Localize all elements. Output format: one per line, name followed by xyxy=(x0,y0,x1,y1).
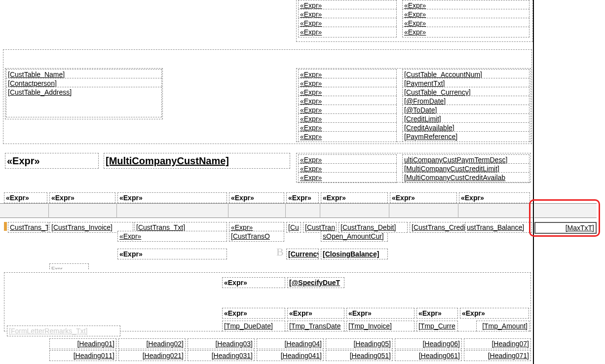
top-col2-3[interactable]: «Expr» xyxy=(402,27,529,37)
detail-label-7[interactable]: «Expr» xyxy=(298,131,397,142)
trans-c1[interactable]: CustTrans_T xyxy=(8,222,48,233)
trans-c7[interactable]: [CustTrans_Debit] xyxy=(339,222,408,233)
hdr-0[interactable]: «Expr» xyxy=(4,192,47,203)
hdr-4[interactable]: «Expr» xyxy=(286,192,319,203)
heading1-2[interactable]: [Heading03] xyxy=(188,338,255,349)
heading1-4[interactable]: [Heading05] xyxy=(326,338,393,349)
row-selector-icon[interactable] xyxy=(4,222,7,231)
closing-bal[interactable]: [ClosingBalance] xyxy=(321,249,388,259)
tmp-4[interactable]: [Tmp_Amount] xyxy=(476,321,529,331)
heading2-6[interactable]: [Heading071] xyxy=(464,350,531,361)
heading2-2[interactable]: [Heading031] xyxy=(188,350,255,361)
hdr-2[interactable]: «Expr» xyxy=(117,192,227,203)
sub-hdr-2[interactable]: «Expr» xyxy=(346,308,415,319)
v2 xyxy=(116,203,117,218)
v5 xyxy=(320,203,320,218)
trans-c3b[interactable]: «Expr» xyxy=(117,231,227,242)
heading2-4[interactable]: [Heading051] xyxy=(326,350,393,361)
heading1-6[interactable]: [Heading07] xyxy=(464,338,531,349)
v6 xyxy=(389,203,389,218)
v1 xyxy=(48,203,49,218)
hdr-6[interactable]: «Expr» xyxy=(390,192,457,203)
v4 xyxy=(285,203,286,218)
sub-hdr-0[interactable]: «Expr» xyxy=(222,308,285,319)
form-letter[interactable]: [FormLetterRemarks_Txt] xyxy=(7,326,120,336)
due-expr[interactable]: «Expr» xyxy=(222,277,285,288)
sub-hdr-3[interactable]: «Expr» xyxy=(416,308,458,319)
detail-value-7[interactable]: [PaymReference] xyxy=(402,131,529,142)
custtable-address[interactable]: [CustTable_Address] xyxy=(6,87,162,117)
tmp-2[interactable]: [Tmp_Invoice] xyxy=(346,321,415,331)
heading1-5[interactable]: [Heading06] xyxy=(395,338,462,349)
trans-c5[interactable]: [Cu xyxy=(286,222,301,233)
hdr-5[interactable]: «Expr» xyxy=(321,192,388,203)
heading1-1[interactable]: [Heading02] xyxy=(118,338,186,349)
heading1-0[interactable]: [Heading01] xyxy=(49,338,116,349)
heading1-3[interactable]: [Heading04] xyxy=(257,338,324,349)
heading2-5[interactable]: [Heading061] xyxy=(395,350,462,361)
hdr-7[interactable]: «Expr» xyxy=(459,192,530,203)
title-left-expr[interactable]: «Expr» xyxy=(5,153,99,169)
v3 xyxy=(228,203,228,218)
trans-c4b[interactable]: [CustTransO xyxy=(229,231,284,242)
tmp-0[interactable]: [Tmp_DueDate] xyxy=(222,321,285,331)
v7 xyxy=(458,203,458,218)
heading2-0[interactable]: [Heading011] xyxy=(49,350,116,361)
heading2-1[interactable]: [Heading021] xyxy=(118,350,186,361)
tmp-1[interactable]: [Tmp_TransDate xyxy=(287,321,344,331)
maxtxt-cell[interactable]: [MaxTxT] xyxy=(534,222,597,234)
top-col1-3[interactable]: «Expr» xyxy=(298,27,397,37)
trans-c9[interactable]: ustTrans_Balance] xyxy=(465,222,532,233)
due-label[interactable]: [@SpecifyDueT xyxy=(287,277,344,288)
gray-band xyxy=(0,203,533,218)
gray-band-ext xyxy=(534,203,597,218)
hdr-3[interactable]: «Expr» xyxy=(229,192,284,203)
tmp-3[interactable]: [Tmp_Curre xyxy=(416,321,458,331)
title-custname[interactable]: [MultiCompanyCustName] xyxy=(104,153,290,169)
sub-hdr-1[interactable]: «Expr» xyxy=(287,308,344,319)
closing-expr[interactable]: «Expr» xyxy=(117,249,227,259)
title-right-box xyxy=(296,153,531,182)
hdr-1[interactable]: «Expr» xyxy=(49,192,115,203)
closing-curr[interactable]: [Currency xyxy=(286,249,319,259)
clipped-expr[interactable]: Expr xyxy=(49,263,89,269)
right-border xyxy=(533,0,534,364)
bold-indicator-icon: B xyxy=(276,246,284,258)
sub-hdr-4[interactable]: «Expr» xyxy=(460,308,529,319)
heading2-3[interactable]: [Heading041] xyxy=(257,350,324,361)
